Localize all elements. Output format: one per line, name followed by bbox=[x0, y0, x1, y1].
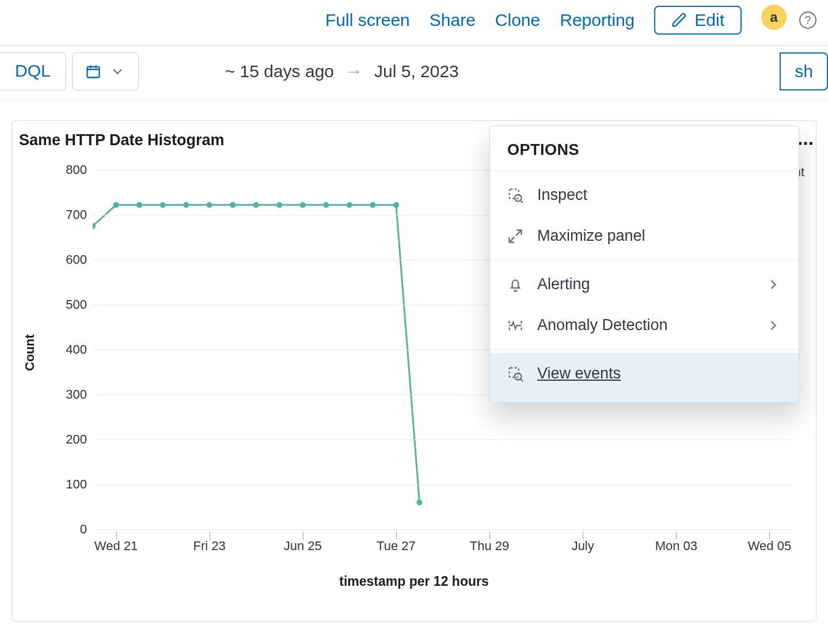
svg-point-17 bbox=[393, 202, 399, 208]
dql-toggle[interactable]: DQL bbox=[0, 52, 66, 90]
edit-button[interactable]: Edit bbox=[654, 6, 742, 35]
date-range-from: ~ 15 days ago bbox=[225, 62, 334, 81]
svg-rect-1 bbox=[799, 142, 802, 145]
svg-point-18 bbox=[416, 499, 422, 505]
inspect-icon bbox=[507, 187, 523, 203]
svg-rect-0 bbox=[87, 67, 99, 78]
refresh-button[interactable]: sh bbox=[780, 52, 828, 90]
option-alerting[interactable]: Alerting bbox=[490, 264, 799, 305]
svg-point-10 bbox=[230, 202, 236, 208]
help-icon[interactable]: ? bbox=[799, 12, 816, 29]
ellipsis-icon bbox=[797, 141, 814, 146]
query-bar: DQL ~ 15 days ago → Jul 5, 2023 sh bbox=[0, 46, 828, 100]
option-anomaly-detection[interactable]: Anomaly Detection bbox=[490, 305, 799, 346]
svg-rect-21 bbox=[510, 368, 519, 377]
dashboard-topbar: Full screen Share Clone Reporting Edit a… bbox=[0, 0, 828, 46]
option-inspect-label: Inspect bbox=[537, 186, 587, 204]
svg-rect-2 bbox=[804, 142, 807, 145]
popover-header: OPTIONS bbox=[490, 126, 799, 171]
svg-point-5 bbox=[113, 202, 119, 208]
option-view-events[interactable]: View events bbox=[490, 353, 799, 402]
option-maximize-label: Maximize panel bbox=[537, 227, 645, 245]
y-axis-title: Count bbox=[22, 334, 37, 371]
x-axis-ticks: Wed 21Fri 23Jun 25Tue 27Thu 29JulyMon 03… bbox=[93, 539, 793, 562]
edit-button-label: Edit bbox=[694, 10, 724, 30]
svg-point-13 bbox=[300, 202, 306, 208]
chevron-right-icon bbox=[765, 317, 781, 334]
y-axis-ticks: 0100200300400500600700800 bbox=[52, 170, 87, 529]
option-maximize[interactable]: Maximize panel bbox=[490, 215, 799, 256]
chevron-right-icon bbox=[765, 276, 781, 293]
svg-point-16 bbox=[370, 202, 375, 208]
svg-point-6 bbox=[136, 202, 142, 208]
date-range-display[interactable]: ~ 15 days ago → Jul 5, 2023 bbox=[145, 52, 774, 90]
calendar-icon bbox=[85, 63, 101, 79]
arrow-right-icon: → bbox=[345, 62, 363, 81]
full-screen-link[interactable]: Full screen bbox=[325, 10, 410, 30]
chevron-down-icon bbox=[109, 63, 126, 79]
svg-point-8 bbox=[183, 202, 189, 208]
clone-link[interactable]: Clone bbox=[495, 10, 540, 30]
option-anomaly-label: Anomaly Detection bbox=[537, 316, 668, 334]
svg-rect-19 bbox=[510, 189, 519, 198]
option-inspect[interactable]: Inspect bbox=[490, 175, 799, 215]
svg-point-12 bbox=[276, 202, 282, 208]
svg-rect-3 bbox=[810, 142, 812, 145]
svg-point-11 bbox=[253, 202, 259, 208]
svg-point-14 bbox=[323, 202, 329, 208]
svg-point-15 bbox=[347, 202, 352, 208]
expand-icon bbox=[507, 228, 523, 244]
view-events-icon bbox=[507, 366, 523, 382]
anomaly-icon bbox=[507, 317, 523, 334]
share-link[interactable]: Share bbox=[430, 10, 476, 30]
bell-icon bbox=[507, 276, 523, 293]
svg-point-7 bbox=[160, 202, 166, 208]
pencil-icon bbox=[671, 12, 688, 28]
date-range-to: Jul 5, 2023 bbox=[374, 62, 459, 81]
date-picker-toggle[interactable] bbox=[72, 52, 139, 90]
panel-options-popover: OPTIONS Inspect Maximize panel Alerting bbox=[489, 126, 799, 403]
option-alerting-label: Alerting bbox=[537, 275, 590, 293]
svg-point-9 bbox=[207, 202, 212, 208]
reporting-link[interactable]: Reporting bbox=[560, 10, 635, 30]
option-view-events-label: View events bbox=[537, 365, 621, 382]
x-axis-title: timestamp per 12 hours bbox=[339, 574, 488, 589]
avatar[interactable]: a bbox=[761, 5, 787, 30]
